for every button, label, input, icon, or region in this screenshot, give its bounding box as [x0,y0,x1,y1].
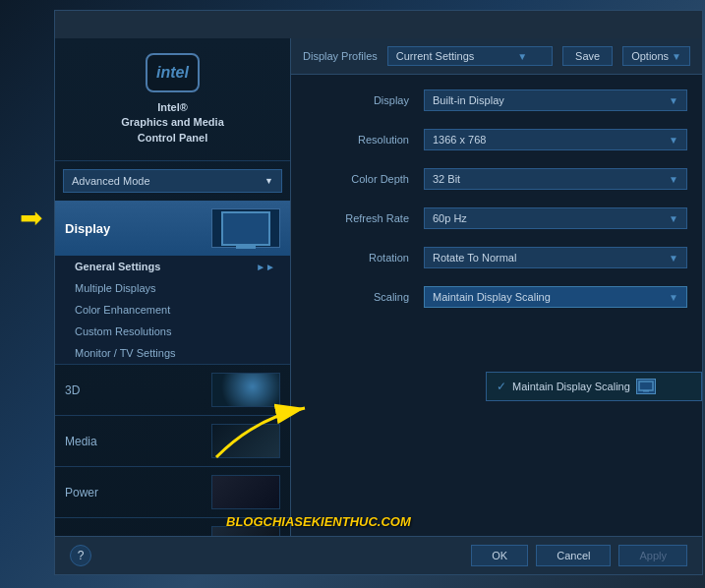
rotation-label: Rotation [306,252,424,264]
scaling-dropdown-popup: ✓ Maintain Display Scaling [486,372,702,401]
save-button[interactable]: Save [562,46,613,66]
refresh-rate-setting-row: Refresh Rate 60p Hz ▼ [306,203,687,234]
help-button[interactable]: ? [70,545,91,566]
subnav-custom-resolutions[interactable]: Custom Resolutions [55,321,290,342]
check-mark-icon: ✓ [497,380,506,393]
resolution-setting-row: Resolution 1366 x 768 ▼ [306,124,687,155]
sidebar-item-display[interactable]: Display [55,201,290,256]
scaling-dropdown-item-label: Maintain Display Scaling [512,381,630,392]
profiles-dropdown[interactable]: Current Settings ▼ [387,46,553,66]
subnav-general-settings[interactable]: General Settings ►► [55,256,290,277]
options-dropdown-arrow: ▼ [672,51,681,62]
refresh-rate-dropdown-arrow: ▼ [669,213,678,224]
refresh-rate-control[interactable]: 60p Hz ▼ [424,207,687,229]
monitor-small-icon [636,379,656,394]
left-arrow-annotation: ➡ [20,202,42,234]
color-depth-control[interactable]: 32 Bit ▼ [424,168,687,190]
color-depth-value: 32 Bit [433,173,460,185]
display-subnav: General Settings ►► Multiple Displays Co… [55,256,290,364]
intel-header: intel Intel® Graphics and Media Control … [55,38,290,161]
display-control[interactable]: Built-in Display ▼ [424,89,687,111]
app-title: Intel® Graphics and Media Control Panel [70,100,275,146]
resolution-dropdown-arrow: ▼ [669,135,678,146]
main-dialog: intel Intel® Graphics and Media Control … [54,10,703,575]
rotation-setting-row: Rotation Rotate To Normal ▼ [306,242,687,273]
main-panel: Display Profiles Current Settings ▼ Save… [291,38,702,574]
display-label: Display [306,94,424,106]
display-dropdown-arrow: ▼ [669,95,678,106]
profiles-label: Display Profiles [303,50,378,62]
subnav-color-enhancement[interactable]: Color Enhancement [55,299,290,321]
power-icon [211,475,280,509]
dialog-buttons: OK Cancel Apply [471,545,687,566]
sidebar-display-label: Display [65,221,110,236]
svg-rect-1 [643,390,649,392]
display-profiles-bar: Display Profiles Current Settings ▼ Save… [291,38,702,75]
rotation-control[interactable]: Rotate To Normal ▼ [424,247,687,268]
rotation-dropdown-arrow: ▼ [669,253,678,264]
cancel-button[interactable]: Cancel [536,545,611,566]
color-depth-setting-row: Color Depth 32 Bit ▼ [306,163,687,195]
color-depth-dropdown-arrow: ▼ [669,174,678,185]
scaling-arrow-annotation [197,388,324,471]
apply-button[interactable]: Apply [618,545,687,566]
profiles-current-value: Current Settings [396,50,474,62]
resolution-value: 1366 x 768 [433,134,486,146]
display-setting-row: Display Built-in Display ▼ [306,85,687,116]
color-depth-label: Color Depth [306,173,424,185]
profiles-dropdown-arrow: ▼ [517,51,527,62]
rotation-value: Rotate To Normal [433,252,516,264]
options-button[interactable]: Options ▼ [622,46,690,66]
refresh-rate-value: 60p Hz [433,212,467,224]
dropdown-caret: ▼ [264,176,273,186]
scaling-dropdown-arrow: ▼ [669,292,678,303]
display-icon [211,208,280,248]
advanced-mode-dropdown[interactable]: Advanced Mode ▼ [63,169,282,193]
scaling-label: Scaling [306,291,424,303]
bottom-bar: ? OK Cancel Apply [55,536,702,574]
intel-logo-text: intel [156,64,189,82]
subnav-monitor-tv[interactable]: Monitor / TV Settings [55,342,290,364]
intel-logo: intel [146,53,200,92]
sidebar: intel Intel® Graphics and Media Control … [55,38,291,574]
svg-rect-0 [639,382,653,390]
scaling-control[interactable]: Maintain Display Scaling ▼ [424,286,687,308]
advanced-mode-label: Advanced Mode [72,175,150,187]
chevron-right-icon: ►► [256,262,275,272]
ok-button[interactable]: OK [471,545,528,566]
scaling-dropdown-item[interactable]: ✓ Maintain Display Scaling [487,373,701,400]
monitor-graphic [221,211,270,246]
resolution-label: Resolution [306,134,424,146]
resolution-control[interactable]: 1366 x 768 ▼ [424,129,687,150]
refresh-rate-label: Refresh Rate [306,212,424,224]
sidebar-item-power[interactable]: Power [55,466,290,517]
dialog-content: intel Intel® Graphics and Media Control … [55,38,702,574]
scaling-value: Maintain Display Scaling [433,291,551,303]
watermark: BLOGCHIASEKIENTHUC.COM [226,514,411,529]
subnav-multiple-displays[interactable]: Multiple Displays [55,277,290,299]
scaling-setting-row: Scaling Maintain Display Scaling ▼ [306,281,687,313]
display-value: Built-in Display [433,94,504,106]
settings-grid: Display Built-in Display ▼ Resolution 13… [291,75,702,574]
